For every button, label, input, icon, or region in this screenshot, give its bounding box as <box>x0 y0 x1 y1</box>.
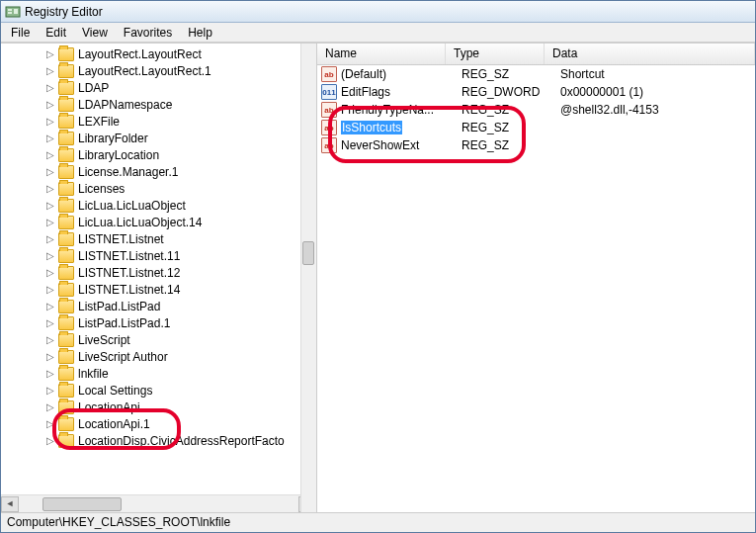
expander-icon[interactable]: ▷ <box>46 251 56 261</box>
value-type: REG_SZ <box>462 67 560 81</box>
expander-icon[interactable]: ▷ <box>46 318 56 328</box>
folder-icon <box>58 434 74 448</box>
expander-icon[interactable]: ▷ <box>46 49 56 59</box>
tree-item[interactable]: ▷LiveScript Author <box>1 348 316 365</box>
tree-vscroll-thumb[interactable] <box>302 241 314 265</box>
tree-item[interactable]: ▷Local Settings <box>1 382 316 399</box>
expander-icon[interactable]: ▷ <box>46 218 56 227</box>
tree-body[interactable]: ▷LayoutRect.LayoutRect▷LayoutRect.Layout… <box>1 44 316 494</box>
tree-item[interactable]: ▷LISTNET.Listnet.11 <box>1 247 316 264</box>
expander-icon[interactable]: ▷ <box>46 402 56 412</box>
menu-edit[interactable]: Edit <box>38 24 74 42</box>
menu-file[interactable]: File <box>3 24 38 42</box>
value-type: REG_SZ <box>462 121 560 134</box>
menu-view[interactable]: View <box>74 24 116 42</box>
folder-icon <box>58 47 74 61</box>
expander-icon[interactable]: ▷ <box>46 117 56 127</box>
list-body[interactable]: ab(Default)REG_SZShortcut011EditFlagsREG… <box>317 65 755 512</box>
tree-item-label: LISTNET.Listnet <box>78 232 164 246</box>
list-row[interactable]: abNeverShowExtREG_SZ <box>317 136 755 154</box>
list-row[interactable]: abFriendlyTypeNa...REG_SZ@shell32.dll,-4… <box>317 101 755 119</box>
expander-icon[interactable]: ▷ <box>46 184 56 194</box>
hscroll-left-button[interactable]: ◄ <box>1 496 19 512</box>
tree-item[interactable]: ▷LayoutRect.LayoutRect <box>1 45 316 62</box>
expander-icon[interactable]: ▷ <box>46 234 56 244</box>
expander-icon[interactable]: ▷ <box>46 201 56 211</box>
tree-item[interactable]: ▷LicLua.LicLuaObject.14 <box>1 214 316 230</box>
tree-item-label: LicLua.LicLuaObject.14 <box>78 216 202 229</box>
tree-item[interactable]: ▷ListPad.ListPad <box>1 298 316 314</box>
list-row[interactable]: 011EditFlagsREG_DWORD0x00000001 (1) <box>317 83 755 101</box>
column-header-name[interactable]: Name <box>317 44 446 64</box>
expander-icon[interactable]: ▷ <box>46 419 56 429</box>
folder-icon <box>58 98 74 112</box>
tree-item-label: LDAP <box>78 81 109 95</box>
registry-editor-window: Registry Editor File Edit View Favorites… <box>0 0 756 533</box>
tree-item[interactable]: ▷LicLua.LicLuaObject <box>1 197 316 214</box>
expander-icon[interactable]: ▷ <box>46 100 56 110</box>
menu-help[interactable]: Help <box>180 24 220 42</box>
expander-icon[interactable]: ▷ <box>46 436 56 446</box>
expander-icon[interactable]: ▷ <box>46 268 56 278</box>
tree-item[interactable]: ▷LDAP <box>1 79 316 96</box>
tree-item[interactable]: ▷LocationApi.1 <box>1 415 316 432</box>
value-name: IsShortcuts <box>341 121 462 134</box>
expander-icon[interactable]: ▷ <box>46 352 56 362</box>
expander-icon[interactable]: ▷ <box>46 302 56 311</box>
tree-item-label: License.Manager.1 <box>78 165 178 179</box>
expander-icon[interactable]: ▷ <box>46 386 56 396</box>
tree-item[interactable]: ▷LocationDisp.CivicAddressReportFacto <box>1 432 316 449</box>
tree-item[interactable]: ▷LISTNET.Listnet.14 <box>1 281 316 298</box>
expander-icon[interactable]: ▷ <box>46 133 56 143</box>
tree-vscrollbar[interactable] <box>300 44 316 512</box>
value-name: NeverShowExt <box>341 138 462 152</box>
titlebar[interactable]: Registry Editor <box>1 1 755 23</box>
tree-item-label: ListPad.ListPad <box>78 300 160 313</box>
svg-rect-1 <box>8 9 12 11</box>
tree-item-label: LISTNET.Listnet.12 <box>78 266 180 280</box>
tree-item[interactable]: ▷Licenses <box>1 180 316 197</box>
tree-item-label: LayoutRect.LayoutRect.1 <box>78 64 211 78</box>
expander-icon[interactable]: ▷ <box>46 167 56 177</box>
tree-item[interactable]: ▷LDAPNamespace <box>1 96 316 113</box>
expander-icon[interactable]: ▷ <box>46 66 56 76</box>
tree-item[interactable]: ▷LISTNET.Listnet.12 <box>1 264 316 281</box>
hscroll-thumb[interactable] <box>42 497 122 511</box>
folder-icon <box>58 400 74 414</box>
tree-item[interactable]: ▷lnkfile <box>1 365 316 382</box>
column-header-type[interactable]: Type <box>446 44 545 64</box>
svg-rect-2 <box>8 12 12 14</box>
tree-item[interactable]: ▷LISTNET.Listnet <box>1 230 316 247</box>
expander-icon[interactable]: ▷ <box>46 335 56 345</box>
tree-item-label: LibraryLocation <box>78 148 159 162</box>
tree-hscrollbar[interactable]: ◄ ► <box>1 494 316 512</box>
tree-item-label: LISTNET.Listnet.11 <box>78 249 180 263</box>
value-name-editing[interactable]: IsShortcuts <box>341 121 402 134</box>
expander-icon[interactable]: ▷ <box>46 285 56 295</box>
folder-icon <box>58 384 74 398</box>
folder-icon <box>58 417 74 431</box>
list-row[interactable]: abIsShortcutsREG_SZ <box>317 119 755 136</box>
tree-item-label: Local Settings <box>78 384 152 398</box>
tree-item-label: LDAPNamespace <box>78 98 172 112</box>
value-data: Shortcut <box>560 67 755 81</box>
folder-icon <box>58 132 74 145</box>
menu-favorites[interactable]: Favorites <box>116 24 180 42</box>
value-data: 0x00000001 (1) <box>560 85 755 99</box>
expander-icon[interactable]: ▷ <box>46 150 56 160</box>
tree-item[interactable]: ▷LibraryFolder <box>1 130 316 146</box>
expander-icon[interactable]: ▷ <box>46 369 56 379</box>
tree-item[interactable]: ▷LibraryLocation <box>1 146 316 163</box>
tree-item[interactable]: ▷LEXFile <box>1 113 316 130</box>
tree-item[interactable]: ▷LocationApi <box>1 399 316 415</box>
column-header-data[interactable]: Data <box>545 44 755 64</box>
tree-pane: ▷LayoutRect.LayoutRect▷LayoutRect.Layout… <box>1 44 317 512</box>
content-area: ▷LayoutRect.LayoutRect▷LayoutRect.Layout… <box>1 43 755 512</box>
expander-icon[interactable]: ▷ <box>46 83 56 93</box>
list-row[interactable]: ab(Default)REG_SZShortcut <box>317 65 755 83</box>
tree-item[interactable]: ▷LayoutRect.LayoutRect.1 <box>1 62 316 79</box>
tree-item[interactable]: ▷License.Manager.1 <box>1 163 316 180</box>
hscroll-track[interactable] <box>19 496 298 512</box>
tree-item[interactable]: ▷ListPad.ListPad.1 <box>1 314 316 331</box>
tree-item[interactable]: ▷LiveScript <box>1 331 316 348</box>
